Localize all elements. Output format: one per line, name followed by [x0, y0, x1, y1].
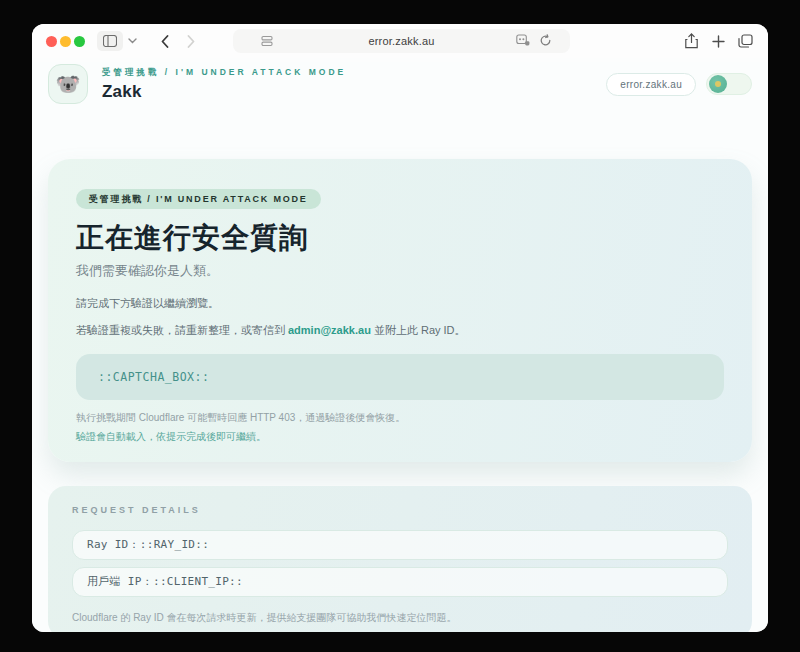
koala-emoji-icon: 🐨: [56, 74, 81, 94]
ray-id-value: ::RAY_ID::: [140, 538, 209, 551]
sidebar-toggle-button[interactable]: [97, 31, 123, 51]
admin-email-link[interactable]: admin@zakk.au: [288, 324, 371, 336]
challenge-card: 受管理挑戰 / I'M UNDER ATTACK MODE 正在進行安全質詢 我…: [48, 159, 752, 462]
request-details-label: REQUEST DETAILS: [72, 504, 728, 516]
challenge-badge: 受管理挑戰 / I'M UNDER ATTACK MODE: [76, 189, 321, 209]
plus-icon: [712, 35, 725, 48]
client-ip-label: 用戶端 IP：: [87, 575, 153, 588]
toggle-knob-icon: [709, 75, 727, 93]
browser-toolbar: error.zakk.au: [32, 24, 768, 58]
request-details-card: REQUEST DETAILS Ray ID：::RAY_ID:: 用戶端 IP…: [48, 486, 752, 632]
challenge-subtitle: 我們需要確認你是人類。: [76, 262, 724, 280]
chevron-down-icon: [128, 38, 137, 44]
page-content: 🐨 受管理挑戰 / I'M UNDER ATTACK MODE Zakk err…: [32, 62, 768, 632]
address-bar[interactable]: error.zakk.au: [233, 29, 570, 53]
site-identity: 受管理挑戰 / I'M UNDER ATTACK MODE Zakk: [102, 67, 346, 102]
site-header: 🐨 受管理挑戰 / I'M UNDER ATTACK MODE Zakk err…: [48, 62, 752, 106]
challenge-instruction: 請完成下方驗證以繼續瀏覽。: [76, 296, 724, 311]
header-right-group: error.zakk.au: [606, 73, 752, 96]
avatar: 🐨: [48, 64, 88, 104]
auto-load-note: 驗證會自動載入，依提示完成後即可繼續。: [76, 430, 724, 444]
captcha-box[interactable]: ::CAPTCHA_BOX::: [76, 354, 724, 400]
browser-window: error.zakk.au: [32, 24, 768, 632]
translate-icon[interactable]: [516, 34, 530, 47]
sidebar-icon: [103, 35, 117, 47]
zoom-button[interactable]: [74, 36, 85, 47]
back-button[interactable]: [155, 30, 175, 52]
toolbar-right-group: [682, 30, 754, 52]
domain-pill: error.zakk.au: [606, 73, 696, 96]
sidebar-chevron-button[interactable]: [125, 31, 139, 51]
fallback-prefix: 若驗證重複或失敗，請重新整理，或寄信到: [76, 324, 285, 336]
fallback-suffix: 並附上此 Ray ID。: [374, 324, 466, 336]
close-button[interactable]: [46, 36, 57, 47]
forward-button[interactable]: [181, 30, 201, 52]
chevron-left-icon: [161, 35, 169, 48]
page-title: 正在進行安全質詢: [76, 221, 724, 255]
tabs-icon: [738, 34, 753, 48]
client-ip-value: ::CLIENT_IP::: [153, 575, 243, 588]
attack-mode-eyebrow: 受管理挑戰 / I'M UNDER ATTACK MODE: [102, 67, 346, 79]
share-button[interactable]: [682, 30, 700, 52]
url-text: error.zakk.au: [368, 35, 434, 47]
window-controls: [46, 36, 85, 47]
reader-icon[interactable]: [261, 35, 273, 47]
ray-id-field: Ray ID：::RAY_ID::: [72, 530, 728, 560]
reload-icon[interactable]: [539, 34, 552, 47]
new-tab-button[interactable]: [709, 30, 727, 52]
client-ip-field: 用戶端 IP：::CLIENT_IP::: [72, 567, 728, 597]
http-403-note: 執行挑戰期間 Cloudflare 可能暫時回應 HTTP 403，通過驗證後便…: [76, 411, 724, 425]
chevron-right-icon: [187, 35, 195, 48]
share-icon: [685, 33, 698, 49]
ray-id-label: Ray ID：: [87, 538, 140, 551]
challenge-fallback-line: 若驗證重複或失敗，請重新整理，或寄信到admin@zakk.au並附上此 Ray…: [76, 323, 724, 338]
minimize-button[interactable]: [60, 36, 71, 47]
ray-id-note: Cloudflare 的 Ray ID 會在每次請求時更新，提供給支援團隊可協助…: [72, 611, 728, 624]
site-name: Zakk: [102, 82, 346, 102]
tab-overview-button[interactable]: [736, 30, 754, 52]
attack-mode-toggle[interactable]: [706, 73, 752, 95]
